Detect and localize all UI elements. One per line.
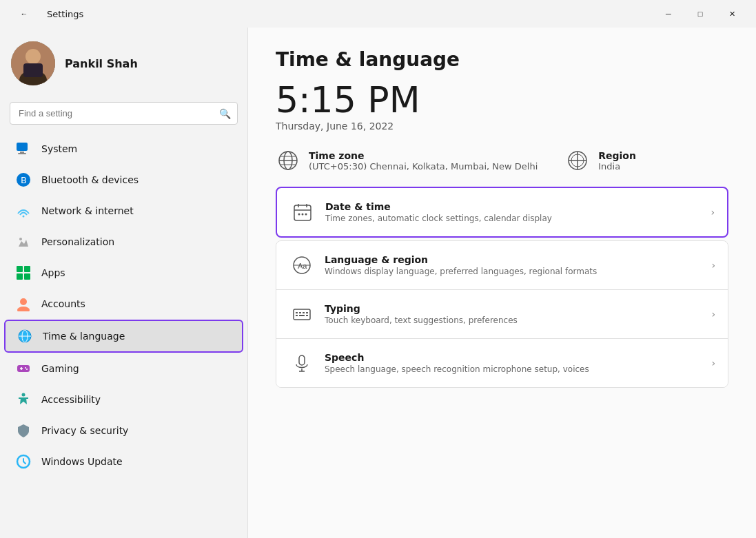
svg-rect-47 bbox=[294, 309, 310, 320]
typing-icon bbox=[289, 301, 315, 327]
svg-point-43 bbox=[305, 214, 307, 216]
accounts-label: Accounts bbox=[41, 298, 85, 309]
svg-point-1 bbox=[25, 49, 41, 64]
svg-text:B: B bbox=[21, 175, 27, 185]
sidebar-item-time-language[interactable]: Time & language bbox=[4, 320, 243, 353]
speech-title: Speech bbox=[325, 352, 711, 363]
titlebar-controls: ─ □ ✕ bbox=[653, 3, 748, 25]
windows-update-icon bbox=[15, 453, 32, 470]
sidebar-item-network[interactable]: Network & internet bbox=[4, 196, 243, 226]
bluetooth-icon: B bbox=[15, 172, 32, 188]
svg-rect-54 bbox=[306, 315, 308, 316]
avatar-image bbox=[11, 41, 55, 85]
language-region-title: Language & region bbox=[325, 254, 711, 265]
date-time-chevron: › bbox=[711, 207, 715, 218]
svg-rect-48 bbox=[296, 312, 298, 313]
privacy-security-label: Privacy & security bbox=[41, 425, 128, 436]
svg-point-9 bbox=[23, 216, 25, 218]
apps-icon bbox=[15, 265, 32, 281]
typing-chevron: › bbox=[711, 309, 715, 320]
maximize-button[interactable]: □ bbox=[684, 3, 716, 25]
timezone-region-row: Time zone (UTC+05:30) Chennai, Kolkata, … bbox=[276, 148, 728, 173]
time-display: 5:15 PM bbox=[276, 82, 728, 118]
svg-rect-13 bbox=[17, 273, 23, 280]
sidebar-item-privacy-security[interactable]: Privacy & security bbox=[4, 415, 243, 446]
typing-title: Typing bbox=[325, 303, 711, 314]
speech-chevron: › bbox=[711, 358, 715, 369]
accounts-icon bbox=[15, 296, 32, 312]
svg-rect-49 bbox=[299, 312, 301, 313]
svg-rect-5 bbox=[20, 152, 24, 153]
profile-name: Pankil Shah bbox=[65, 57, 138, 70]
language-region-icon: Aa bbox=[289, 252, 315, 278]
sidebar: Pankil Shah 🔍 System B Bluetooth & devic… bbox=[0, 28, 248, 538]
svg-rect-50 bbox=[303, 312, 305, 313]
accessibility-icon bbox=[15, 391, 32, 408]
svg-rect-52 bbox=[296, 315, 298, 316]
settings-card-language-region[interactable]: Aa Language & region Windows display lan… bbox=[276, 241, 728, 290]
time-language-label: Time & language bbox=[43, 331, 125, 342]
region-text: Region India bbox=[598, 150, 636, 172]
search-input[interactable] bbox=[10, 102, 238, 125]
back-button[interactable]: ← bbox=[8, 3, 40, 25]
timezone-label: Time zone bbox=[309, 150, 538, 161]
language-region-text: Language & region Windows display langua… bbox=[325, 254, 711, 276]
windows-update-label: Windows Update bbox=[41, 456, 123, 467]
svg-rect-55 bbox=[299, 355, 305, 365]
timezone-item: Time zone (UTC+05:30) Chennai, Kolkata, … bbox=[276, 148, 538, 173]
region-item: Region India bbox=[565, 148, 636, 173]
settings-card-speech[interactable]: Speech Speech language, speech recogniti… bbox=[276, 339, 728, 387]
gaming-icon bbox=[15, 360, 32, 377]
language-region-chevron: › bbox=[711, 260, 715, 271]
typing-text: Typing Touch keyboard, text suggestions,… bbox=[325, 303, 711, 325]
network-label: Network & internet bbox=[41, 205, 134, 216]
search-box: 🔍 bbox=[10, 102, 238, 125]
svg-rect-11 bbox=[17, 266, 23, 272]
timezone-value: (UTC+05:30) Chennai, Kolkata, Mumbai, Ne… bbox=[309, 161, 538, 172]
system-label: System bbox=[41, 143, 77, 154]
apps-label: Apps bbox=[41, 267, 65, 278]
timezone-text: Time zone (UTC+05:30) Chennai, Kolkata, … bbox=[309, 150, 538, 172]
titlebar: ← Settings ─ □ ✕ bbox=[0, 0, 756, 28]
svg-point-23 bbox=[25, 367, 26, 369]
svg-rect-4 bbox=[17, 143, 28, 151]
system-icon bbox=[15, 141, 32, 157]
svg-point-42 bbox=[302, 214, 304, 216]
close-button[interactable]: ✕ bbox=[716, 3, 748, 25]
nav-list: System B Bluetooth & devices Network & i… bbox=[0, 133, 247, 477]
sidebar-item-personalization[interactable]: Personalization bbox=[4, 227, 243, 257]
svg-point-41 bbox=[298, 214, 300, 216]
sidebar-item-windows-update[interactable]: Windows Update bbox=[4, 446, 243, 477]
date-display: Thursday, June 16, 2022 bbox=[276, 121, 728, 132]
sidebar-item-system[interactable]: System bbox=[4, 134, 243, 164]
titlebar-left: ← Settings bbox=[8, 3, 83, 25]
cards-group-language: Aa Language & region Windows display lan… bbox=[276, 240, 728, 388]
bluetooth-label: Bluetooth & devices bbox=[41, 174, 139, 185]
region-value: India bbox=[598, 161, 636, 172]
main-content: Time & language 5:15 PM Thursday, June 1… bbox=[248, 28, 756, 538]
sidebar-item-bluetooth[interactable]: B Bluetooth & devices bbox=[4, 165, 243, 195]
settings-list: Date & time Time zones, automatic clock … bbox=[276, 187, 728, 391]
page-title: Time & language bbox=[276, 48, 728, 71]
region-icon bbox=[565, 148, 590, 173]
profile-section[interactable]: Pankil Shah bbox=[0, 28, 247, 99]
svg-text:Aa: Aa bbox=[298, 262, 307, 270]
svg-point-25 bbox=[22, 393, 25, 397]
date-time-desc: Time zones, automatic clock settings, ca… bbox=[325, 214, 711, 223]
sidebar-item-accounts[interactable]: Accounts bbox=[4, 289, 243, 319]
svg-rect-14 bbox=[24, 273, 30, 280]
sidebar-item-accessibility[interactable]: Accessibility bbox=[4, 384, 243, 415]
minimize-button[interactable]: ─ bbox=[653, 3, 684, 25]
search-icon: 🔍 bbox=[219, 108, 231, 119]
svg-point-15 bbox=[20, 298, 27, 305]
svg-rect-12 bbox=[24, 266, 30, 272]
sidebar-item-apps[interactable]: Apps bbox=[4, 258, 243, 288]
sidebar-item-gaming[interactable]: Gaming bbox=[4, 353, 243, 384]
gaming-label: Gaming bbox=[41, 363, 79, 374]
settings-card-typing[interactable]: Typing Touch keyboard, text suggestions,… bbox=[276, 290, 728, 339]
speech-text: Speech Speech language, speech recogniti… bbox=[325, 352, 711, 374]
svg-point-16 bbox=[17, 307, 30, 311]
svg-rect-37 bbox=[294, 205, 311, 220]
svg-point-10 bbox=[19, 238, 22, 240]
settings-card-date-time[interactable]: Date & time Time zones, automatic clock … bbox=[276, 187, 728, 238]
